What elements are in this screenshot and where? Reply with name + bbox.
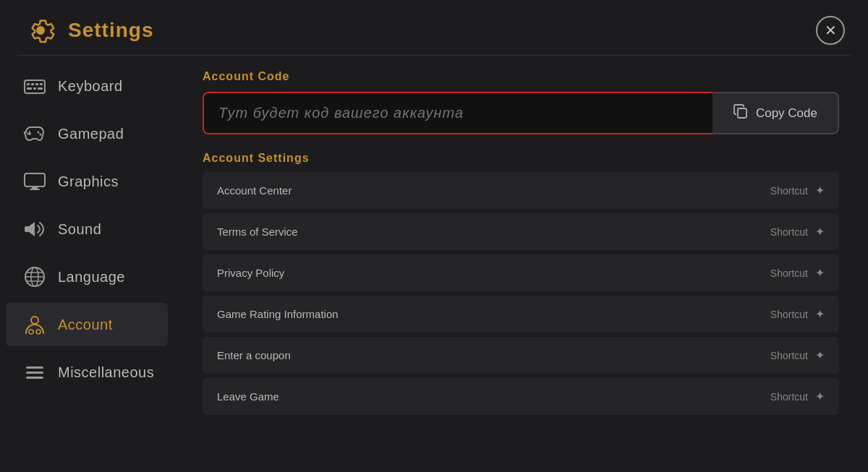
svg-rect-9	[27, 133, 31, 134]
settings-row-label-account-center: Account Center	[217, 184, 292, 197]
settings-row-right-5: Shortcut ✦	[770, 390, 825, 403]
svg-rect-24	[26, 372, 43, 374]
settings-gear-icon	[23, 13, 58, 48]
sidebar-item-graphics[interactable]: Graphics	[6, 160, 168, 203]
sidebar-label-gamepad: Gamepad	[58, 126, 124, 142]
sidebar-item-miscellaneous[interactable]: Miscellaneous	[6, 351, 168, 394]
close-icon: ✕	[825, 23, 837, 38]
settings-row-right-1: Shortcut ✦	[770, 225, 825, 239]
svg-point-11	[40, 134, 42, 136]
sidebar: Keyboard Gamepad Graphics	[0, 56, 174, 472]
page-title: Settings	[68, 19, 153, 42]
svg-point-21	[29, 330, 33, 334]
chevron-icon-4: ✦	[815, 348, 825, 362]
sidebar-item-language[interactable]: Language	[6, 255, 168, 299]
settings-row-right-0: Shortcut ✦	[770, 184, 825, 197]
close-button[interactable]: ✕	[816, 16, 845, 45]
chevron-icon-3: ✦	[815, 307, 825, 321]
language-icon	[23, 265, 46, 288]
graphics-icon	[23, 170, 46, 193]
svg-rect-3	[35, 83, 38, 85]
svg-rect-7	[38, 87, 43, 90]
copy-code-label: Copy Code	[756, 106, 817, 121]
shortcut-text-2: Shortcut	[770, 267, 808, 279]
svg-point-22	[36, 330, 41, 334]
sidebar-item-sound[interactable]: Sound	[6, 207, 168, 251]
account-code-row: Copy Code	[203, 92, 839, 134]
gamepad-icon	[23, 122, 46, 145]
sidebar-label-language: Language	[58, 269, 125, 286]
settings-row-game-rating[interactable]: Game Rating Information Shortcut ✦	[203, 296, 839, 332]
settings-container: Settings ✕ Keyboard	[0, 0, 868, 472]
settings-row-terms[interactable]: Terms of Service Shortcut ✦	[203, 213, 839, 250]
sidebar-label-account: Account	[58, 317, 113, 333]
sound-icon	[23, 218, 46, 241]
svg-rect-25	[26, 377, 43, 379]
header-left: Settings	[23, 13, 153, 48]
sidebar-item-keyboard[interactable]: Keyboard	[6, 64, 168, 108]
settings-row-label-coupon: Enter a coupon	[217, 349, 291, 361]
content-area: Account Code Copy Code Account Settings	[174, 56, 868, 472]
settings-row-coupon[interactable]: Enter a coupon Shortcut ✦	[203, 337, 839, 374]
account-settings-title: Account Settings	[203, 152, 839, 165]
svg-rect-12	[25, 173, 45, 186]
settings-row-label-terms: Terms of Service	[217, 226, 298, 238]
svg-rect-6	[33, 87, 36, 90]
sidebar-label-graphics: Graphics	[58, 173, 119, 190]
chevron-icon-2: ✦	[815, 266, 825, 280]
sidebar-item-account[interactable]: Account	[6, 303, 168, 346]
shortcut-text-5: Shortcut	[770, 391, 808, 403]
svg-rect-2	[31, 83, 34, 85]
svg-rect-14	[30, 189, 40, 190]
svg-rect-26	[738, 108, 746, 118]
account-code-section-title: Account Code	[203, 70, 839, 83]
chevron-icon-1: ✦	[815, 225, 825, 239]
header: Settings ✕	[0, 0, 868, 55]
settings-list: Account Center Shortcut ✦ Terms of Servi…	[203, 172, 839, 415]
settings-row-right-4: Shortcut ✦	[770, 348, 825, 362]
settings-row-leave-game[interactable]: Leave Game Shortcut ✦	[203, 378, 839, 415]
account-code-input[interactable]	[203, 92, 712, 134]
copy-code-button[interactable]: Copy Code	[712, 92, 839, 134]
chevron-icon-5: ✦	[815, 390, 825, 403]
svg-rect-0	[25, 80, 45, 93]
account-icon	[23, 313, 46, 336]
settings-row-label-game-rating: Game Rating Information	[217, 308, 339, 320]
svg-rect-4	[40, 83, 43, 85]
sidebar-label-miscellaneous: Miscellaneous	[58, 364, 154, 381]
svg-rect-1	[27, 83, 30, 85]
settings-row-right-3: Shortcut ✦	[770, 307, 825, 321]
settings-row-account-center[interactable]: Account Center Shortcut ✦	[203, 172, 839, 209]
svg-rect-13	[32, 186, 38, 189]
settings-row-label-leave-game: Leave Game	[217, 390, 279, 403]
copy-icon	[733, 103, 749, 123]
svg-point-20	[31, 317, 38, 324]
main-layout: Keyboard Gamepad Graphics	[0, 56, 868, 472]
shortcut-text-3: Shortcut	[770, 309, 808, 320]
chevron-icon-0: ✦	[815, 184, 825, 197]
svg-rect-23	[26, 366, 43, 369]
sidebar-label-sound: Sound	[58, 221, 101, 238]
sidebar-label-keyboard: Keyboard	[58, 78, 123, 95]
svg-point-10	[38, 132, 40, 134]
sidebar-item-gamepad[interactable]: Gamepad	[6, 112, 168, 155]
shortcut-text-4: Shortcut	[770, 350, 808, 361]
keyboard-icon	[23, 74, 46, 98]
miscellaneous-icon	[23, 361, 46, 384]
shortcut-text-1: Shortcut	[770, 226, 808, 238]
settings-row-right-2: Shortcut ✦	[770, 266, 825, 280]
settings-row-label-privacy: Privacy Policy	[217, 267, 284, 279]
svg-rect-5	[27, 87, 32, 90]
settings-row-privacy[interactable]: Privacy Policy Shortcut ✦	[203, 254, 839, 291]
shortcut-text-0: Shortcut	[770, 185, 808, 197]
